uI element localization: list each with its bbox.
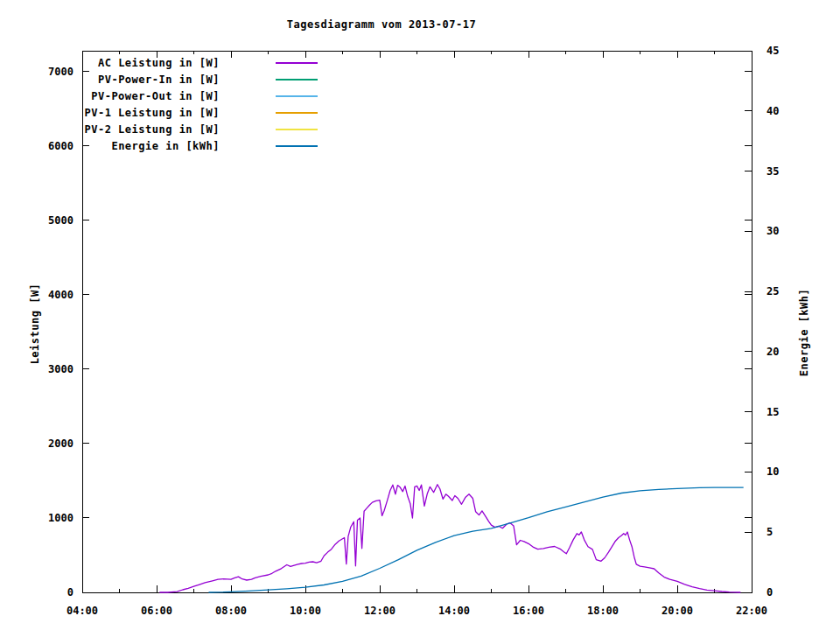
legend-label: PV-Power-Out in [W] [82, 90, 220, 102]
y2-tick-label: 20 [766, 346, 779, 358]
y-tick-label: 4000 [48, 289, 74, 301]
legend-label: PV-1 Leistung in [W] [82, 107, 220, 119]
legend-line-swatch [276, 95, 318, 97]
x-tick-label: 12:00 [364, 605, 396, 617]
legend-label: PV-2 Leistung in [W] [82, 123, 220, 136]
legend-item: PV-1 Leistung in [W] [82, 104, 327, 121]
legend-item: PV-2 Leistung in [W] [82, 121, 327, 137]
legend-label: PV-Power-In in [W] [82, 74, 220, 86]
legend-line-swatch [276, 129, 318, 130]
legend-label: AC Leistung in [W] [82, 57, 220, 69]
legend-line-swatch [276, 112, 318, 114]
chart-title: Tagesdiagramm vom 2013-07-17 [0, 18, 763, 31]
x-tick-label: 06:00 [141, 605, 172, 617]
y-tick-label: 1000 [48, 512, 74, 524]
y-axis-title-right: Energie [kWh] [798, 289, 810, 376]
y-tick-label: 5000 [48, 214, 74, 227]
legend-item: PV-Power-Out in [W] [82, 88, 327, 104]
chart-canvas: 04:0006:0008:0010:0012:0014:0016:0018:00… [0, 0, 840, 630]
legend-label: Energie in [kWh] [82, 140, 220, 152]
y-tick-label: 6000 [48, 140, 74, 152]
x-tick-label: 18:00 [587, 605, 619, 617]
y-tick-label: 2000 [48, 438, 74, 450]
x-tick-label: 20:00 [662, 605, 693, 617]
y2-tick-label: 0 [766, 586, 773, 598]
y-tick-label: 3000 [48, 363, 74, 375]
y2-tick-label: 40 [766, 105, 779, 117]
series-line-ac-leistung-in-w [159, 485, 740, 592]
y-tick-label: 0 [67, 586, 74, 598]
x-tick-label: 10:00 [290, 605, 321, 617]
legend-item: PV-Power-In in [W] [82, 71, 327, 88]
x-tick-label: 14:00 [438, 605, 470, 617]
y2-tick-label: 25 [766, 285, 779, 298]
legend-item: AC Leistung in [W] [82, 54, 327, 71]
y2-tick-label: 30 [766, 225, 779, 237]
x-tick-label: 04:00 [66, 605, 98, 617]
y-axis-title-left: Leistung [W] [29, 284, 41, 365]
y-tick-label: 7000 [48, 66, 74, 78]
y2-tick-label: 5 [766, 526, 773, 538]
y2-tick-label: 45 [766, 45, 779, 57]
legend-line-swatch [276, 62, 318, 64]
y2-tick-label: 35 [766, 165, 779, 178]
legend-line-swatch [276, 79, 318, 80]
legend-line-swatch [276, 145, 318, 147]
x-tick-label: 22:00 [736, 605, 767, 617]
legend-item: Energie in [kWh] [82, 137, 327, 154]
x-tick-label: 08:00 [215, 605, 247, 617]
y2-tick-label: 15 [766, 406, 779, 418]
y2-tick-label: 10 [766, 466, 779, 478]
x-tick-label: 16:00 [513, 605, 544, 617]
legend: AC Leistung in [W]PV-Power-In in [W]PV-P… [82, 54, 327, 154]
